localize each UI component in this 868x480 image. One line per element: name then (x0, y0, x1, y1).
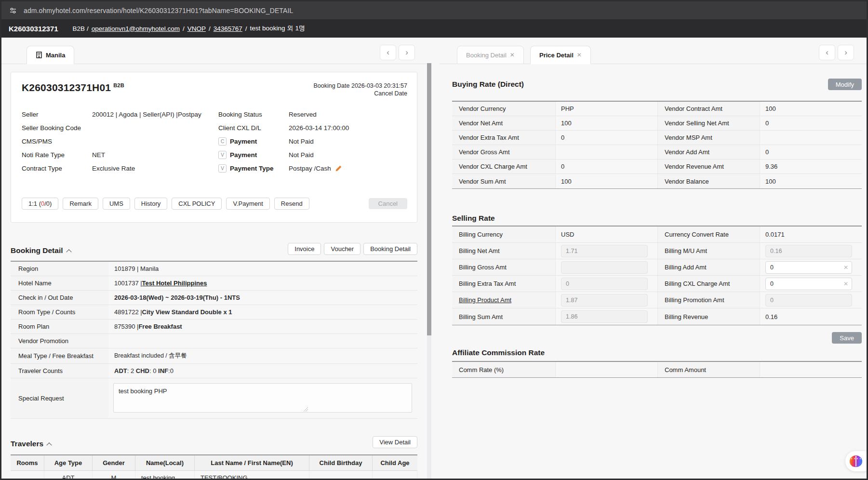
v-tag-icon: V (218, 151, 227, 159)
vendor-extra-tax-amt-value: 0 (556, 131, 658, 145)
row-label: Currency Convert Rate (658, 227, 760, 242)
save-button[interactable]: Save (832, 332, 862, 344)
right-pager-prev-button[interactable]: ‹ (819, 45, 835, 60)
tab-manila[interactable]: Manila (27, 46, 74, 64)
resend-button[interactable]: Resend (274, 198, 309, 210)
booking-detail-section-title[interactable]: Booking Detail (11, 246, 71, 255)
header-account-link[interactable]: 34365767 (214, 25, 242, 32)
row-label: Vendor Balance (658, 174, 760, 188)
room-type-value: City View Standard Double x 1 (142, 308, 232, 316)
vendor-add-amt-value: 0 (760, 145, 862, 159)
ums-button[interactable]: UMS (103, 198, 130, 210)
vendor-promotion-value (108, 334, 417, 348)
history-button[interactable]: History (134, 198, 167, 210)
row-label: Billing Promotion Amt (658, 292, 760, 308)
info-label: Noti Rate Type (22, 151, 92, 159)
close-icon[interactable]: ✕ (510, 52, 515, 58)
travelers-table: Rooms Age Type Gender Name(Local) Last N… (11, 454, 417, 479)
col-header: Gender (93, 455, 135, 470)
special-request-textarea[interactable]: test booking PHP (113, 383, 412, 413)
chevron-right-icon: › (405, 48, 408, 57)
one-to-one-button[interactable]: 1:1 (0/0) (22, 198, 58, 210)
booking-card: K26030312371H01B2B Booking Date 2026-03-… (11, 72, 417, 223)
chevron-left-icon: ‹ (387, 48, 389, 57)
invoice-button[interactable]: Invoice (288, 243, 321, 255)
row-label: Billing Gross Amt (452, 259, 556, 275)
chevron-right-icon: › (844, 48, 847, 57)
cancel-button[interactable]: Cancel (369, 198, 407, 209)
noti-rate-type-value: NET (92, 151, 105, 159)
hotel-name-link[interactable]: Test Hotel Philippines (142, 280, 207, 287)
billing-add-amt-input[interactable] (765, 261, 852, 274)
left-tab-pager: ‹ › (380, 45, 415, 60)
row-label: Billing Currency (452, 227, 556, 242)
clear-input-icon[interactable]: ✕ (843, 264, 848, 271)
row-label: Vendor Contract Amt (658, 102, 760, 116)
info-label: Payment Type (230, 165, 274, 172)
booking-info-grid: Seller200012 | Agoda | Seller(API) |Post… (22, 110, 407, 173)
left-scroll-area: K26030312371H01B2B Booking Date 2026-03-… (1, 64, 419, 479)
site-settings-icon[interactable] (9, 6, 17, 15)
booking-detail-button[interactable]: Booking Detail (363, 243, 417, 255)
close-icon[interactable]: ✕ (577, 52, 582, 58)
row-label: Vendor Sum Amt (452, 174, 556, 188)
voucher-button[interactable]: Voucher (324, 243, 361, 255)
comm-amount-value (760, 362, 862, 377)
billing-product-amt-link[interactable]: Billing Product Amt (459, 296, 511, 304)
tab-price-detail[interactable]: Price Detail ✕ (530, 46, 591, 64)
buying-rate-title: Buying Rate (Direct) (452, 80, 524, 89)
row-label: Vendor Selling Net Amt (658, 116, 760, 130)
row-label: Vendor Gross Amt (452, 145, 556, 159)
price-detail-content: Buying Rate (Direct) Modify Vendor Curre… (440, 64, 867, 378)
left-pager-prev-button[interactable]: ‹ (380, 45, 396, 60)
row-label: Vendor MSP Amt (658, 131, 760, 145)
view-detail-button[interactable]: View Detail (373, 436, 417, 448)
contract-type-value: Exclusive Rate (92, 165, 135, 172)
row-label: Traveler Counts (11, 364, 108, 378)
clear-input-icon[interactable]: ✕ (843, 280, 848, 287)
travelers-section-title[interactable]: Travelers (11, 440, 51, 448)
left-scrollbar[interactable] (427, 63, 431, 479)
vendor-balance-value: 100 (760, 174, 862, 188)
edit-pencil-icon[interactable] (335, 165, 342, 172)
booking-card-buttons: 1:1 (0/0) Remark UMS History CXL POLICY … (22, 198, 407, 210)
row-label: Vendor Extra Tax Amt (452, 131, 556, 145)
row-label: Vendor Add Amt (658, 145, 760, 159)
header-booking-id: K26030312371 (9, 25, 58, 33)
col-header: Age Type (44, 455, 93, 470)
header-email-link[interactable]: operationvn1@ohmyhotel.com (92, 25, 180, 32)
row-label: Billing Revenue (658, 308, 760, 325)
row-label: Comm Amount (658, 362, 760, 377)
remark-button[interactable]: Remark (63, 198, 98, 210)
assistant-widget[interactable] (845, 451, 867, 471)
tab-booking-detail[interactable]: Booking Detail ✕ (457, 46, 524, 64)
row-label: Billing Add Amt (658, 259, 760, 275)
right-panel: Booking Detail ✕ Price Detail ✕ ‹ › Buyi… (440, 38, 867, 479)
row-label: Vendor Promotion (11, 334, 108, 348)
selling-rate-table: Billing Currency USD Currency Convert Ra… (452, 226, 862, 325)
left-pager-next-button[interactable]: › (399, 45, 415, 60)
billing-cxl-charge-amt-input[interactable] (765, 278, 852, 290)
info-label: Payment (230, 138, 257, 145)
left-panel: Manila ‹ › K26030312371H01B2B Booking Da… (1, 38, 430, 479)
cxl-policy-button[interactable]: CXL POLICY (172, 198, 222, 210)
right-tab-pager: ‹ › (819, 45, 854, 60)
vendor-net-amt-value: 100 (556, 116, 658, 130)
url-text[interactable]: adm.ohmyhotel.com/reservation/hotel/K260… (24, 7, 293, 14)
main-area: Manila ‹ › K26030312371H01B2B Booking Da… (1, 38, 867, 479)
c-tag-icon: C (218, 137, 227, 146)
right-pager-next-button[interactable]: › (838, 45, 854, 60)
v-payment-value: Not Paid (289, 151, 314, 159)
selling-rate-title: Selling Rate (452, 214, 495, 223)
row-label: Special Request (11, 378, 108, 418)
info-label: Seller (22, 111, 92, 118)
header-org-link[interactable]: VNOP (187, 25, 206, 32)
billing-sum-amt-input (561, 310, 648, 323)
v-tag-icon: V (218, 164, 227, 173)
v-payment-button[interactable]: V.Payment (226, 198, 269, 210)
tab-manila-label: Manila (46, 52, 65, 59)
travelers-table-header: Rooms Age Type Gender Name(Local) Last N… (11, 455, 417, 471)
left-scrollbar-thumb[interactable] (427, 63, 431, 335)
modify-button[interactable]: Modify (828, 79, 862, 90)
cancel-date-line: Cancel Date (313, 90, 407, 97)
